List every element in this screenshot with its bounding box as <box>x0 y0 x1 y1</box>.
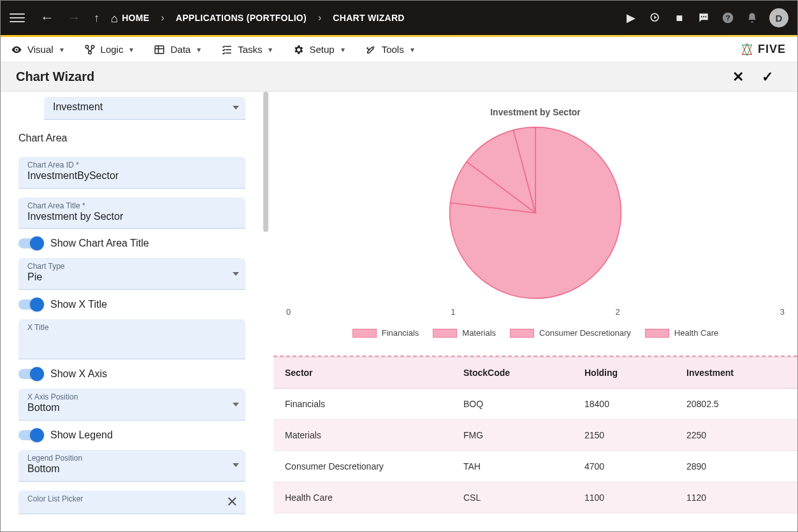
chevron-down-icon <box>233 106 239 110</box>
column-header[interactable]: Sector <box>273 357 452 388</box>
legend-position-select[interactable]: Legend Position Bottom <box>18 450 245 482</box>
column-header[interactable]: Holding <box>573 357 675 388</box>
svg-point-3 <box>705 16 706 17</box>
chat-icon[interactable] <box>697 11 711 25</box>
clear-icon[interactable]: ✕ <box>226 494 238 510</box>
toolbar-tools[interactable]: Tools▾ <box>365 44 414 55</box>
table-row[interactable]: FinancialsBOQ1840020802.5 <box>273 389 797 420</box>
avatar-initial: D <box>776 13 783 24</box>
x-title-field[interactable]: X Title <box>18 319 245 359</box>
color-list-picker-field[interactable]: Color List Picker ✕ <box>18 491 245 514</box>
gear-icon <box>293 44 304 55</box>
logo-text: FIVE <box>758 43 786 56</box>
svg-point-9 <box>88 51 91 54</box>
scrollbar[interactable] <box>263 92 268 531</box>
stop-icon[interactable]: ■ <box>672 11 686 25</box>
tools-icon <box>365 44 377 55</box>
svg-point-7 <box>85 45 89 48</box>
section-chart-area: Chart Area <box>18 129 245 148</box>
field-value: InvestmentBySector <box>27 169 238 183</box>
legend-swatch-icon <box>645 329 669 338</box>
table-cell: 18400 <box>573 389 675 419</box>
toolbar-visual[interactable]: Visual▾ <box>11 44 64 55</box>
chart-area-title-field[interactable]: Chart Area Title * Investment by Sector <box>18 198 245 229</box>
toggle-switch-icon <box>18 369 43 379</box>
table-cell: 4700 <box>573 451 675 482</box>
logo-icon <box>740 43 754 57</box>
field-label: Chart Area ID * <box>27 161 238 169</box>
field-label: Chart Area Title * <box>27 201 238 210</box>
breadcrumb-home[interactable]: ⌂ HOME <box>106 11 154 25</box>
eye-icon <box>11 44 22 55</box>
svg-point-6 <box>16 48 18 50</box>
x-axis-position-select[interactable]: X Axis Position Bottom <box>18 389 245 421</box>
toggle-label: Show X Title <box>50 299 107 310</box>
legend-swatch-icon <box>510 329 534 338</box>
show-chart-area-title-toggle[interactable]: Show Chart Area Title <box>18 238 245 249</box>
svg-rect-10 <box>156 46 164 54</box>
table-cell: Materials <box>273 420 452 450</box>
toggle-label: Show Legend <box>50 429 113 441</box>
chevron-right-icon: › <box>154 12 170 24</box>
axis-tick: 3 <box>780 307 785 317</box>
close-button[interactable]: ✕ <box>723 69 753 85</box>
show-x-axis-toggle[interactable]: Show X Axis <box>18 368 245 380</box>
chart-type-select[interactable]: Chart Type Pie <box>18 258 245 290</box>
x-axis-ticks: 0 1 2 3 <box>273 307 797 317</box>
toolbar-label: Tools <box>382 44 404 55</box>
bell-icon[interactable] <box>745 11 759 25</box>
table-row[interactable]: Health CareCSL11001120 <box>273 482 797 514</box>
axis-tick: 1 <box>451 307 455 317</box>
field-value <box>27 332 238 345</box>
field-value: Bottom <box>27 401 238 415</box>
menu-icon[interactable] <box>10 10 25 25</box>
avatar[interactable]: D <box>769 8 788 27</box>
nav-forward-icon: → <box>61 10 87 26</box>
dataset-select[interactable]: Investment <box>44 97 245 120</box>
legend-label: Financials <box>382 328 419 338</box>
chevron-down-icon: ▾ <box>341 45 345 54</box>
help-icon[interactable]: ? <box>721 11 735 25</box>
data-table: Sector StockCode Holding Investment Fina… <box>273 357 797 531</box>
nav-up-icon[interactable]: ↑ <box>87 11 106 25</box>
confirm-button[interactable]: ✓ <box>753 69 782 85</box>
toolbar-setup[interactable]: Setup▾ <box>293 44 344 55</box>
toolbar-label: Data <box>170 44 191 55</box>
legend-item: Materials <box>433 328 496 338</box>
chevron-down-icon <box>233 403 239 406</box>
table-row[interactable]: MaterialsFMG21502250 <box>273 420 797 451</box>
legend-label: Health Care <box>674 328 718 338</box>
breadcrumb-chart-wizard[interactable]: CHART WIZARD <box>328 13 409 23</box>
toolbar-tasks[interactable]: Tasks▾ <box>221 44 272 55</box>
field-label: Legend Position <box>27 454 238 463</box>
column-header[interactable]: Investment <box>675 357 797 388</box>
show-x-title-toggle[interactable]: Show X Title <box>18 299 245 310</box>
home-icon: ⌂ <box>111 12 118 25</box>
legend-swatch-icon <box>433 329 457 338</box>
table-cell: CSL <box>452 482 573 513</box>
chart-title: Investment by Sector <box>490 107 581 117</box>
table-cell: 1120 <box>675 482 797 513</box>
toolbar-data[interactable]: Data▾ <box>154 44 201 55</box>
breadcrumb-label: HOME <box>122 13 149 23</box>
show-legend-toggle[interactable]: Show Legend <box>18 429 245 441</box>
top-nav: ← → ↑ ⌂ HOME › APPLICATIONS (PORTFOLIO) … <box>1 1 797 35</box>
column-header[interactable]: StockCode <box>452 357 573 388</box>
preview-icon[interactable] <box>648 11 662 25</box>
table-row[interactable]: Consumer DescretionaryTAH47002890 <box>273 451 797 482</box>
svg-text:?: ? <box>725 13 730 22</box>
table-cell: Consumer Descretionary <box>273 451 452 482</box>
page-header: Chart Wizard ✕ ✓ <box>1 62 797 92</box>
breadcrumb-label: CHART WIZARD <box>333 13 404 23</box>
chart-area-id-field[interactable]: Chart Area ID * InvestmentBySector <box>18 157 245 189</box>
svg-point-1 <box>701 16 702 17</box>
svg-point-2 <box>703 16 704 17</box>
play-icon[interactable]: ▶ <box>624 11 638 25</box>
toolbar-logic[interactable]: Logic▾ <box>84 44 134 55</box>
table-cell: 2150 <box>573 420 675 450</box>
legend-label: Consumer Descretionary <box>539 328 631 338</box>
axis-tick: 2 <box>616 307 620 317</box>
nav-back-icon[interactable]: ← <box>34 10 61 26</box>
legend-swatch-icon <box>352 329 377 338</box>
breadcrumb-applications[interactable]: APPLICATIONS (PORTFOLIO) <box>171 13 312 23</box>
